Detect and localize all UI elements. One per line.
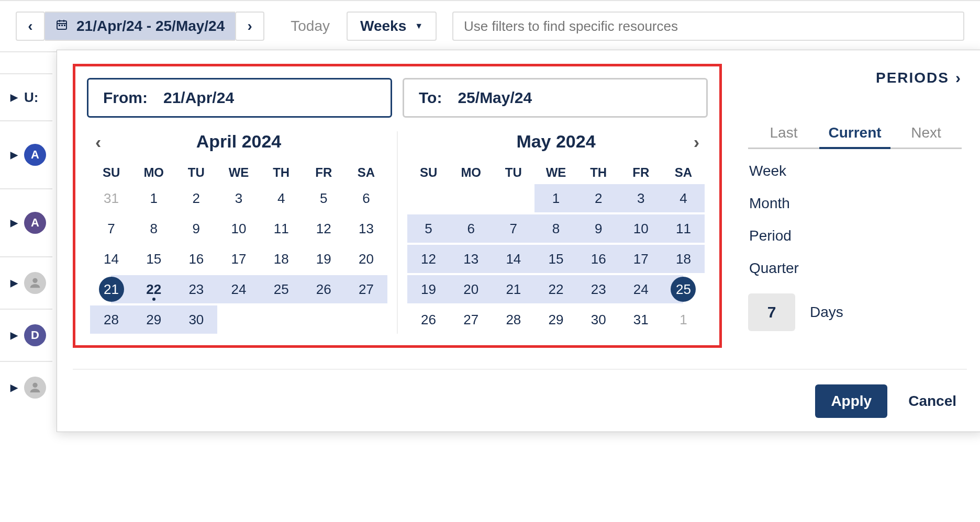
tab-last[interactable]: Last: [748, 118, 819, 147]
date-range-button[interactable]: 21/Apr/24 - 25/May/24: [45, 12, 235, 41]
view-mode-button[interactable]: Weeks ▼: [347, 12, 437, 41]
to-date-field[interactable]: To: 25/May/24: [403, 78, 708, 118]
day-cell[interactable]: 27: [345, 275, 387, 303]
date-range-label: 21/Apr/24 - 25/May/24: [76, 18, 225, 35]
day-cell[interactable]: 7: [492, 214, 534, 243]
day-cell[interactable]: 21: [90, 275, 132, 303]
day-cell[interactable]: 2: [175, 184, 217, 212]
prev-range-button[interactable]: ‹: [16, 12, 45, 41]
calendar-icon: [55, 18, 68, 34]
to-value: 25/May/24: [458, 89, 532, 107]
day-cell[interactable]: 20: [345, 245, 387, 273]
svg-point-7: [32, 278, 37, 283]
day-cell[interactable]: 18: [662, 245, 705, 273]
day-cell[interactable]: 23: [577, 275, 620, 303]
day-cell[interactable]: 11: [260, 214, 303, 243]
resource-header-row[interactable]: ▶ U:: [0, 73, 52, 120]
day-cell[interactable]: 30: [175, 305, 217, 334]
period-item[interactable]: Period: [748, 224, 962, 247]
day-cell[interactable]: 1: [534, 184, 577, 212]
day-cell[interactable]: 8: [132, 214, 175, 243]
day-cell[interactable]: 16: [577, 245, 620, 273]
day-cell[interactable]: 27: [450, 305, 492, 334]
day-cell[interactable]: 28: [492, 305, 534, 334]
day-cell[interactable]: 6: [345, 184, 387, 212]
day-cell[interactable]: 24: [620, 275, 662, 303]
from-date-field[interactable]: From: 21/Apr/24: [87, 78, 392, 118]
day-cell[interactable]: 18: [260, 245, 303, 273]
day-cell[interactable]: 7: [90, 214, 132, 243]
day-cell[interactable]: 23: [175, 275, 217, 303]
periods-toggle[interactable]: PERIODS ›: [748, 69, 962, 87]
day-cell[interactable]: 12: [303, 214, 345, 243]
resource-row[interactable]: ▶: [0, 361, 52, 413]
day-cell[interactable]: 17: [620, 245, 662, 273]
day-cell[interactable]: 2: [577, 184, 620, 212]
day-cell[interactable]: 9: [175, 214, 217, 243]
prev-month-button[interactable]: ‹: [95, 131, 101, 152]
day-cell[interactable]: 9: [577, 214, 620, 243]
day-cell[interactable]: 19: [407, 275, 450, 303]
day-cell[interactable]: 3: [620, 184, 662, 212]
today-button[interactable]: Today: [280, 12, 340, 41]
day-cell[interactable]: 10: [620, 214, 662, 243]
next-month-button[interactable]: ›: [694, 131, 699, 152]
day-cell[interactable]: 22: [132, 275, 175, 303]
period-item[interactable]: Month: [748, 192, 962, 215]
day-cell[interactable]: 13: [345, 214, 387, 243]
periods-panel: PERIODS › Last Current Next WeekMonthPer…: [738, 64, 967, 348]
day-cell[interactable]: 11: [662, 214, 705, 243]
day-cell[interactable]: 25: [260, 275, 303, 303]
tab-next[interactable]: Next: [890, 118, 962, 147]
day-cell[interactable]: 31: [620, 305, 662, 334]
day-cell[interactable]: 13: [450, 245, 492, 273]
day-cell[interactable]: 17: [217, 245, 260, 273]
avatar: A: [24, 212, 46, 234]
day-cell[interactable]: 29: [534, 305, 577, 334]
day-cell[interactable]: 19: [303, 245, 345, 273]
period-item[interactable]: Quarter: [748, 257, 962, 280]
tab-current[interactable]: Current: [819, 118, 890, 147]
month-left: ‹ April 2024 SUMOTUWETHFRSA 311234567891…: [87, 131, 398, 334]
day-cell[interactable]: 15: [132, 245, 175, 273]
day-cell[interactable]: 4: [260, 184, 303, 212]
period-item[interactable]: Week: [748, 160, 962, 183]
resource-row[interactable]: ▶ A: [0, 188, 52, 256]
resource-row[interactable]: ▶ D: [0, 309, 52, 361]
days-input[interactable]: [748, 293, 795, 331]
day-cell[interactable]: 4: [662, 184, 705, 212]
month-title: April 2024: [196, 131, 282, 152]
day-cell[interactable]: 29: [132, 305, 175, 334]
cancel-button[interactable]: Cancel: [903, 384, 962, 418]
day-cell[interactable]: 15: [534, 245, 577, 273]
from-label: From:: [103, 89, 148, 107]
day-cell[interactable]: 5: [407, 214, 450, 243]
day-cell[interactable]: 1: [662, 305, 705, 334]
resource-row[interactable]: ▶: [0, 256, 52, 309]
day-cell[interactable]: 26: [407, 305, 450, 334]
day-cell[interactable]: 14: [492, 245, 534, 273]
resource-row[interactable]: ▶ A: [0, 120, 52, 188]
day-cell[interactable]: 31: [90, 184, 132, 212]
day-cell[interactable]: 3: [217, 184, 260, 212]
day-cell[interactable]: 14: [90, 245, 132, 273]
filter-input[interactable]: [452, 12, 964, 41]
day-cell[interactable]: 21: [492, 275, 534, 303]
day-cell[interactable]: 26: [303, 275, 345, 303]
expand-icon: ▶: [10, 382, 18, 393]
day-cell[interactable]: 12: [407, 245, 450, 273]
day-cell[interactable]: 22: [534, 275, 577, 303]
day-cell[interactable]: 28: [90, 305, 132, 334]
day-cell[interactable]: 5: [303, 184, 345, 212]
day-cell[interactable]: 24: [217, 275, 260, 303]
day-cell[interactable]: 25: [662, 275, 705, 303]
day-cell[interactable]: 20: [450, 275, 492, 303]
day-cell[interactable]: 10: [217, 214, 260, 243]
day-cell[interactable]: 1: [132, 184, 175, 212]
day-cell[interactable]: 16: [175, 245, 217, 273]
next-range-button[interactable]: ›: [235, 12, 264, 41]
day-cell[interactable]: 6: [450, 214, 492, 243]
day-cell[interactable]: 8: [534, 214, 577, 243]
apply-button[interactable]: Apply: [815, 384, 887, 418]
day-cell[interactable]: 30: [577, 305, 620, 334]
